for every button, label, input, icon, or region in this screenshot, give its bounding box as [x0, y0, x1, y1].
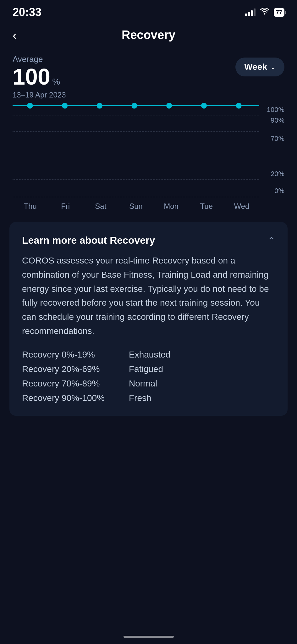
recovery-range-20-69: Recovery 20%-69%	[22, 364, 123, 374]
chart-section: 100% 90% 70% 20% 0% Thu Fri Sat Sun Mon …	[0, 103, 297, 216]
x-label-fri: Fri	[48, 202, 83, 211]
grid-line-70	[13, 131, 259, 132]
week-selector-label: Week	[244, 62, 267, 72]
learn-more-header: Learn more about Recovery ⌃	[22, 235, 275, 246]
status-bar: 20:33 77	[0, 0, 297, 22]
chart-x-labels: Thu Fri Sat Sun Mon Tue Wed	[13, 200, 259, 213]
stats-date: 13–19 Apr 2023	[13, 91, 66, 99]
grid-line-90	[13, 115, 259, 115]
x-label-wed: Wed	[224, 202, 259, 211]
recovery-row-fresh: Recovery 90%-100% Fresh	[22, 393, 275, 403]
y-label-70: 70%	[271, 135, 284, 143]
recovery-status-fatigued: Fatigued	[129, 364, 163, 374]
grid-line-0	[13, 197, 259, 197]
recovery-status-exhausted: Exhausted	[129, 350, 170, 360]
stats-left: Average 100 % 13–19 Apr 2023	[13, 54, 66, 99]
learn-more-title: Learn more about Recovery	[22, 235, 155, 246]
x-label-sat: Sat	[83, 202, 118, 211]
signal-icon	[245, 8, 256, 16]
y-label-90: 90%	[271, 116, 284, 125]
recovery-status-normal: Normal	[129, 379, 157, 389]
stats-unit: %	[52, 77, 60, 87]
recovery-range-70-89: Recovery 70%-89%	[22, 379, 123, 389]
recovery-table: Recovery 0%-19% Exhausted Recovery 20%-6…	[22, 350, 275, 403]
chart-area	[13, 106, 259, 197]
chart-svg	[13, 106, 259, 197]
recovery-row-exhausted: Recovery 0%-19% Exhausted	[22, 350, 275, 360]
recovery-row-fatigued: Recovery 20%-69% Fatigued	[22, 364, 275, 374]
x-label-tue: Tue	[189, 202, 224, 211]
chart-container: 100% 90% 70% 20% 0% Thu Fri Sat Sun Mon …	[13, 106, 284, 213]
x-label-sun: Sun	[118, 202, 153, 211]
collapse-icon[interactable]: ⌃	[268, 235, 275, 246]
status-icons: 77	[245, 8, 284, 17]
wifi-icon	[260, 8, 269, 17]
stats-value: 100 %	[13, 65, 66, 88]
recovery-range-90-100: Recovery 90%-100%	[22, 393, 123, 403]
battery-icon: 77	[274, 8, 284, 17]
stats-section: Average 100 % 13–19 Apr 2023 Week ⌄	[0, 48, 297, 103]
learn-more-body: COROS assesses your real-time Recovery b…	[22, 254, 275, 338]
x-label-thu: Thu	[13, 202, 48, 211]
learn-more-card: Learn more about Recovery ⌃ COROS assess…	[9, 222, 288, 416]
chart-y-labels: 100% 90% 70% 20% 0%	[262, 106, 284, 213]
status-time: 20:33	[13, 6, 41, 19]
stats-number: 100	[13, 65, 50, 88]
page-title: Recovery	[122, 28, 175, 42]
chevron-down-icon: ⌄	[270, 63, 276, 71]
svg-point-0	[264, 13, 265, 15]
x-label-mon: Mon	[154, 202, 189, 211]
week-selector[interactable]: Week ⌄	[235, 58, 284, 76]
header: ‹ Recovery	[0, 22, 297, 48]
grid-line-20	[13, 179, 259, 180]
home-indicator	[124, 636, 174, 638]
y-label-100: 100%	[267, 106, 284, 114]
y-label-0: 0%	[274, 187, 284, 195]
y-label-20: 20%	[271, 170, 284, 178]
recovery-row-normal: Recovery 70%-89% Normal	[22, 379, 275, 389]
recovery-range-0-19: Recovery 0%-19%	[22, 350, 123, 360]
stats-label: Average	[13, 54, 66, 64]
recovery-status-fresh: Fresh	[129, 393, 151, 403]
grid-line-100	[13, 106, 259, 106]
back-button[interactable]: ‹	[13, 29, 17, 42]
